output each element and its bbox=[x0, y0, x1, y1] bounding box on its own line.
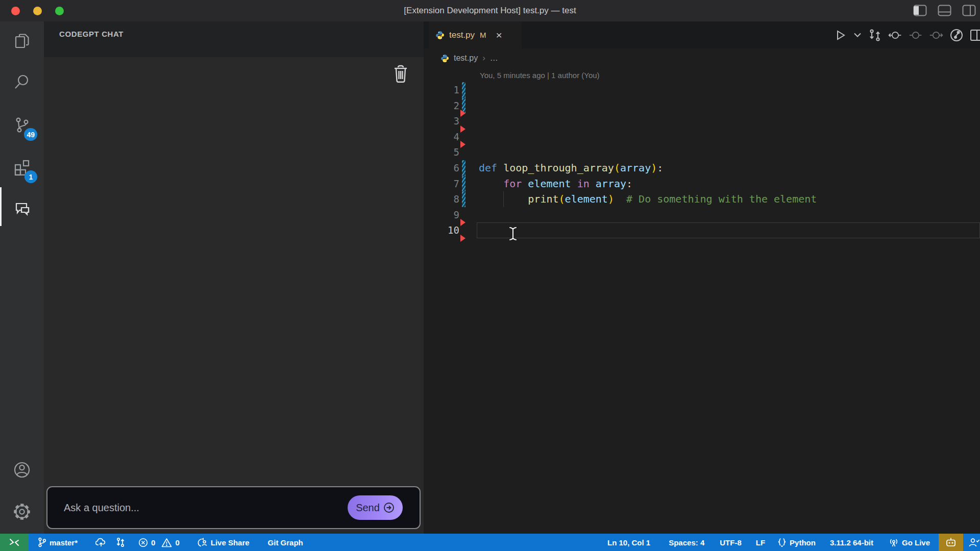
breadcrumb-file[interactable]: test.py bbox=[454, 54, 478, 63]
line-number[interactable]: 9 bbox=[424, 207, 459, 223]
line-number[interactable]: 7 bbox=[424, 176, 459, 192]
token: def bbox=[479, 162, 497, 174]
indentation-label: Spaces: 4 bbox=[669, 538, 704, 547]
token: print bbox=[528, 193, 558, 205]
token bbox=[522, 178, 528, 190]
chat-panel: Ask a question... Send bbox=[44, 57, 424, 534]
code-line-2[interactable]: 2 bbox=[424, 98, 980, 114]
split-editor-icon[interactable] bbox=[970, 28, 980, 42]
toggle-panel-icon[interactable] bbox=[938, 5, 951, 16]
close-tab-icon[interactable]: × bbox=[496, 30, 502, 40]
breadcrumb-symbol[interactable]: … bbox=[490, 54, 498, 63]
language-label: Python bbox=[790, 538, 816, 547]
token bbox=[571, 178, 577, 190]
gutter-modified-indicator bbox=[462, 82, 465, 98]
token: : bbox=[626, 178, 632, 190]
git-branch-item[interactable]: master* bbox=[33, 534, 82, 551]
send-button[interactable]: Send bbox=[348, 495, 403, 520]
chat-input-box[interactable]: Ask a question... Send bbox=[46, 486, 421, 529]
publish-changes-button[interactable] bbox=[91, 534, 111, 551]
send-arrow-icon bbox=[383, 502, 395, 513]
file-history-icon[interactable] bbox=[949, 28, 964, 42]
sidebar-item-search[interactable] bbox=[0, 63, 44, 101]
gutter bbox=[459, 82, 479, 98]
feedback-item[interactable] bbox=[963, 534, 980, 551]
open-changes-next-icon[interactable] bbox=[929, 28, 943, 42]
toggle-right-sidebar-icon[interactable] bbox=[962, 5, 976, 16]
window-title: [Extension Development Host] test.py — t… bbox=[0, 0, 980, 21]
gitlens-compare-button[interactable] bbox=[111, 534, 130, 551]
eol-label: LF bbox=[756, 538, 765, 547]
status-bar: master* 0 0 bbox=[0, 534, 980, 551]
clear-chat-button[interactable] bbox=[391, 63, 410, 85]
live-share-item[interactable]: Live Share bbox=[192, 534, 254, 551]
gutter-deleted-indicator bbox=[460, 235, 465, 242]
open-changes-prev-icon[interactable] bbox=[888, 28, 902, 42]
gutter bbox=[459, 176, 479, 192]
settings-button[interactable] bbox=[0, 493, 44, 531]
extensions-badge: 1 bbox=[24, 170, 37, 183]
token: array bbox=[596, 178, 626, 190]
code-line-6[interactable]: 6def loop_through_array(array): bbox=[424, 160, 980, 176]
live-share-label: Live Share bbox=[211, 538, 250, 547]
sidebar-item-extensions[interactable]: 1 bbox=[0, 148, 44, 186]
line-number[interactable]: 6 bbox=[424, 160, 459, 176]
tab-test-py[interactable]: test.py M × bbox=[429, 21, 522, 48]
code-line-9[interactable]: 9 bbox=[424, 207, 980, 223]
code-line-4[interactable]: 4 bbox=[424, 129, 980, 145]
errors-count: 0 bbox=[151, 538, 155, 547]
git-graph-item[interactable]: Git Graph bbox=[263, 534, 308, 551]
breadcrumb: test.py › … bbox=[424, 48, 498, 68]
token: ( bbox=[559, 193, 565, 205]
code-line-10[interactable]: 10 bbox=[424, 222, 980, 238]
indentation-item[interactable]: Spaces: 4 bbox=[664, 534, 709, 551]
line-number[interactable]: 4 bbox=[424, 129, 459, 145]
go-live-item[interactable]: Go Live bbox=[884, 534, 935, 551]
run-dropdown-icon[interactable] bbox=[853, 28, 862, 42]
sidebar-item-codegpt-chat[interactable] bbox=[0, 190, 44, 228]
token: # Do something with the element bbox=[626, 193, 817, 205]
line-number[interactable]: 3 bbox=[424, 113, 459, 129]
chat-icon bbox=[12, 199, 32, 218]
open-changes-icon[interactable] bbox=[909, 28, 923, 42]
compare-changes-icon[interactable] bbox=[868, 28, 882, 42]
run-button[interactable] bbox=[833, 28, 847, 42]
line-number[interactable]: 1 bbox=[424, 82, 459, 98]
token: in bbox=[577, 178, 590, 190]
code-area[interactable]: 123456def loop_through_array(array):7 fo… bbox=[424, 82, 980, 238]
account-button[interactable] bbox=[0, 451, 44, 489]
code-line-5[interactable]: 5 bbox=[424, 144, 980, 160]
codegpt-status-item[interactable] bbox=[939, 534, 963, 551]
remote-indicator[interactable] bbox=[0, 534, 29, 551]
code-line-8[interactable]: 8 print(element) # Do something with the… bbox=[424, 191, 980, 207]
gitlens-blame-annotation[interactable]: You, 5 minutes ago | 1 author (You) bbox=[480, 71, 600, 80]
toggle-left-sidebar-icon[interactable] bbox=[913, 5, 927, 16]
warnings-icon bbox=[161, 538, 172, 547]
line-number[interactable]: 8 bbox=[424, 191, 459, 207]
token: loop_through_array bbox=[503, 162, 614, 174]
encoding-item[interactable]: UTF-8 bbox=[715, 534, 746, 551]
line-number[interactable]: 5 bbox=[424, 144, 459, 160]
code-line-7[interactable]: 7 for element in array: bbox=[424, 176, 980, 192]
editor-group: test.py M × bbox=[424, 21, 980, 534]
account-icon bbox=[12, 460, 32, 480]
search-icon bbox=[13, 72, 31, 91]
sidebar-item-source-control[interactable]: 49 bbox=[0, 106, 44, 144]
token bbox=[479, 178, 503, 190]
eol-item[interactable]: LF bbox=[751, 534, 770, 551]
problems-item[interactable]: 0 0 bbox=[134, 534, 184, 551]
code-text: print(element) # Do something with the e… bbox=[479, 191, 817, 207]
line-number[interactable]: 2 bbox=[424, 98, 459, 114]
line-number[interactable]: 10 bbox=[424, 222, 459, 238]
token: ( bbox=[614, 162, 620, 174]
language-item[interactable]: Python bbox=[773, 534, 820, 551]
interpreter-item[interactable]: 3.11.2 64-bit bbox=[825, 534, 878, 551]
token: ) bbox=[608, 193, 614, 205]
trash-icon bbox=[393, 64, 409, 84]
tab-filename: test.py bbox=[449, 30, 475, 40]
code-line-3[interactable]: 3 bbox=[424, 113, 980, 129]
sidebar-item-explorer[interactable] bbox=[0, 22, 44, 60]
code-line-1[interactable]: 1 bbox=[424, 82, 980, 98]
cursor-position-item[interactable]: Ln 10, Col 1 bbox=[603, 534, 655, 551]
broadcast-icon bbox=[889, 537, 899, 547]
